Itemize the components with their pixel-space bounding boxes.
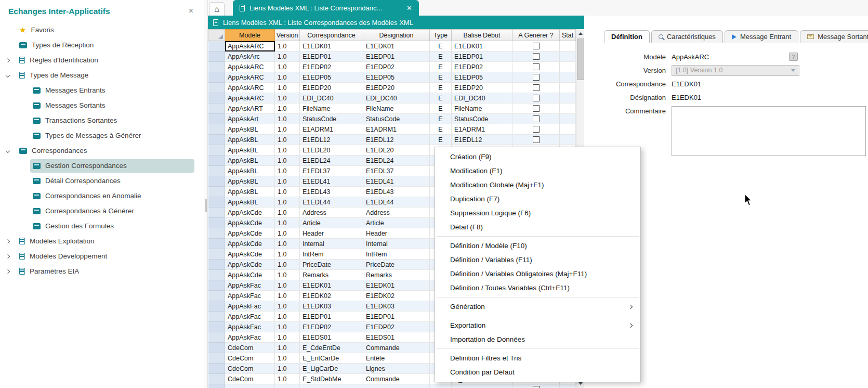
- cell-modele[interactable]: AppAskCde: [225, 218, 275, 228]
- cell-modele[interactable]: AppAskBL: [225, 187, 275, 197]
- cell-design[interactable]: E1EDP01: [363, 51, 430, 62]
- chevron-right-icon[interactable]: [6, 270, 17, 273]
- cell-design[interactable]: E1EDK01: [363, 280, 430, 291]
- tab-close-icon[interactable]: ✕: [406, 4, 412, 12]
- cell-type[interactable]: E: [430, 93, 452, 104]
- cell-balise[interactable]: E1ADRM1: [452, 124, 512, 135]
- cell-version[interactable]: 1.0: [275, 228, 300, 239]
- cell-modele[interactable]: AppAskFac: [225, 322, 275, 332]
- row-header-cell[interactable]: [208, 145, 225, 156]
- cell-type[interactable]: E: [430, 51, 452, 62]
- cell-version[interactable]: 1.0: [275, 104, 300, 114]
- row-header-cell[interactable]: [208, 374, 225, 384]
- row-header-cell[interactable]: [208, 364, 225, 374]
- cell-type[interactable]: E: [430, 104, 452, 114]
- generer-checkbox[interactable]: [533, 43, 540, 49]
- sidebar-item-types-de-message[interactable]: Types de Message: [0, 68, 204, 83]
- sidebar-item-correspondances-en-anomalie[interactable]: Correspondances en Anomalie: [0, 188, 204, 203]
- cell-version[interactable]: 1.0: [275, 343, 300, 353]
- cell-modele[interactable]: AppAskARC: [225, 83, 275, 93]
- cell-modele[interactable]: AppAskFac: [225, 280, 275, 291]
- active-document-tab[interactable]: Liens Modèles XML : Liste Correspondanc.…: [233, 0, 419, 16]
- tab-message-sortant[interactable]: Message Sortant: [800, 30, 868, 43]
- cell-version[interactable]: 1.0: [275, 156, 300, 166]
- cell-a-generer[interactable]: [512, 51, 560, 62]
- tab-definition[interactable]: Définition: [604, 30, 650, 43]
- cell-modele[interactable]: CdeCom: [225, 343, 275, 353]
- generer-checkbox[interactable]: [533, 74, 540, 81]
- cell-version[interactable]: 1.0: [275, 166, 300, 176]
- select-all-corner[interactable]: [208, 30, 225, 41]
- chevron-right-icon[interactable]: [6, 255, 17, 258]
- cell-design[interactable]: StatusCode: [363, 114, 430, 124]
- cell-balise[interactable]: E1EDK01: [452, 41, 512, 51]
- cell-corresp[interactable]: E_StdDebMe: [300, 374, 363, 384]
- cell-version[interactable]: 1.0: [275, 93, 300, 104]
- cell-version[interactable]: 1.0: [275, 312, 300, 322]
- row-header-cell[interactable]: [208, 114, 225, 124]
- cell-modele[interactable]: AppAskArt: [225, 114, 275, 124]
- cell-corresp[interactable]: E1EDK01: [300, 41, 363, 51]
- column-header-type[interactable]: Type: [430, 30, 452, 41]
- cell-corresp[interactable]: E1EDK02: [300, 291, 363, 301]
- cell-type[interactable]: E: [430, 72, 452, 83]
- row-header-cell[interactable]: [208, 197, 225, 208]
- cell-stat[interactable]: [560, 72, 576, 83]
- cell-corresp[interactable]: Address: [300, 208, 363, 218]
- menu-item-importation-de-donnees[interactable]: Importation de Données: [435, 332, 640, 346]
- column-header-correspondance[interactable]: Correspondance: [300, 30, 363, 41]
- cell-design[interactable]: E1EDK01: [363, 41, 430, 51]
- cell-a-generer[interactable]: [512, 93, 560, 104]
- column-header-a-generer[interactable]: A Générer ?: [512, 30, 560, 41]
- cell-type[interactable]: E: [430, 135, 452, 145]
- cell-modele[interactable]: AppAskARC: [225, 72, 275, 83]
- cell-version[interactable]: 1.0: [275, 364, 300, 374]
- row-header-cell[interactable]: [208, 208, 225, 218]
- menu-item-detail-f8[interactable]: Détail (F8): [435, 220, 640, 234]
- sidebar-item-correspondances-a-generer[interactable]: Correspondances à Générer: [0, 203, 204, 218]
- column-header-stat[interactable]: Stat: [560, 30, 576, 41]
- cell-corresp[interactable]: E1EDP20: [300, 83, 363, 93]
- row-header-cell[interactable]: [208, 62, 225, 72]
- sidebar-item-types-de-messages-a-generer[interactable]: Types de Messages à Générer: [0, 128, 204, 143]
- cell-corresp[interactable]: E1EDL24: [300, 156, 363, 166]
- cell-modele[interactable]: AppAskBL: [225, 145, 275, 156]
- cell-corresp[interactable]: E1EDL12: [300, 135, 363, 145]
- cell-design[interactable]: E1EDS01: [363, 332, 430, 343]
- generer-checkbox[interactable]: [533, 53, 540, 60]
- row-header-cell[interactable]: [208, 249, 225, 260]
- sidebar-item-detail-correspondances[interactable]: Détail Correspondances: [0, 173, 204, 188]
- cell-design[interactable]: E1EDL37: [363, 166, 430, 176]
- row-header-cell[interactable]: [208, 124, 225, 135]
- cell-design[interactable]: Remarks: [363, 270, 430, 280]
- cell-corresp[interactable]: Remarks: [300, 270, 363, 280]
- cell-design[interactable]: PriceDate: [363, 260, 430, 270]
- cell-corresp[interactable]: E1EDP02: [300, 322, 363, 332]
- cell-modele[interactable]: AppAskBL: [225, 124, 275, 135]
- row-header-cell[interactable]: [208, 72, 225, 83]
- cell-version[interactable]: 1.0: [275, 187, 300, 197]
- cell-corresp[interactable]: [300, 384, 363, 388]
- cell-modele[interactable]: AppAskCde: [225, 208, 275, 218]
- cell-corresp[interactable]: E1EDP05: [300, 72, 363, 83]
- cell-design[interactable]: Article: [363, 218, 430, 228]
- sidebar-item-modeles-exploitation[interactable]: Modèles Exploitation: [0, 234, 204, 249]
- row-header-cell[interactable]: [208, 104, 225, 114]
- cell-a-generer[interactable]: [512, 83, 560, 93]
- cell-type[interactable]: E: [430, 114, 452, 124]
- cell-version[interactable]: 1.0: [275, 51, 300, 62]
- generer-checkbox[interactable]: [533, 95, 540, 101]
- cell-version[interactable]: 1.0: [275, 62, 300, 72]
- column-header-balise-debut[interactable]: Balise Début: [452, 30, 512, 41]
- tab-message-entrant[interactable]: Message Entrant: [725, 30, 798, 43]
- cell-stat[interactable]: [560, 135, 576, 145]
- row-header-cell[interactable]: [208, 312, 225, 322]
- row-header-cell[interactable]: [208, 322, 225, 332]
- cell-modele[interactable]: CdeCom: [225, 353, 275, 364]
- cell-type[interactable]: E: [430, 41, 452, 51]
- cell-design[interactable]: EDI_DC40: [363, 93, 430, 104]
- cell-modele[interactable]: AppAskCde: [225, 228, 275, 239]
- cell-version[interactable]: 1.0: [275, 124, 300, 135]
- cell-type[interactable]: E: [430, 83, 452, 93]
- menu-item-definition-modele-f10[interactable]: Définition / Modèle (F10): [435, 239, 640, 253]
